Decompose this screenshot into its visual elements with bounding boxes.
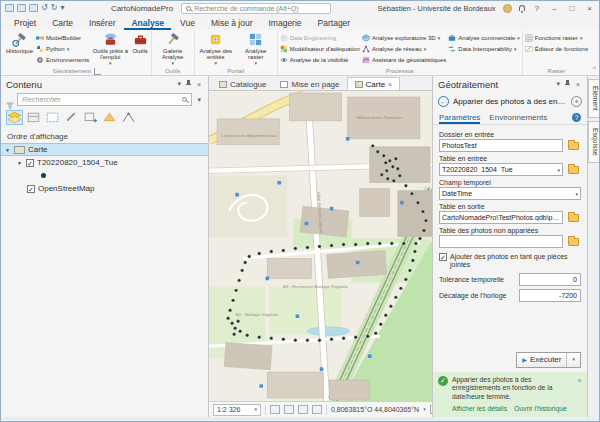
tab-inserer[interactable]: Insérer	[82, 17, 122, 30]
tab-imagerie[interactable]: Imagerie	[261, 17, 308, 30]
contents-search-input[interactable]: Rechercher	[17, 93, 192, 106]
browse-unmatched-icon[interactable]	[566, 235, 581, 248]
layer-openstreetmap[interactable]: ✓ OpenStreetMap	[1, 182, 208, 195]
analyse-exploratoire-3d-button[interactable]: Analyse exploratoire 3D ▾	[362, 33, 446, 43]
map-canvas[interactable]: Mémorial des PyrénéesLaboratoires départ…	[209, 91, 432, 401]
time-field-dropdown-icon[interactable]: ▾	[573, 191, 578, 197]
coordinates-readout[interactable]: 0,8063815°O 44,8040365°N	[331, 406, 419, 413]
list-by-snapping-icon[interactable]	[82, 110, 99, 125]
browse-folder-icon[interactable]	[566, 139, 581, 152]
tab-analyse[interactable]: Analyse	[124, 17, 171, 30]
tab-carte-view[interactable]: Carte ×	[347, 77, 401, 90]
gp-pin-icon[interactable]	[564, 79, 572, 89]
track-expander-icon[interactable]: ▼	[17, 160, 23, 166]
selection-tool-icon[interactable]	[270, 405, 280, 414]
signed-in-user[interactable]: Sébastien - Université de Bordeaux	[378, 4, 496, 13]
open-history-link[interactable]: Ouvrir l'historique	[514, 405, 567, 412]
tab-catalogue[interactable]: Catalogue	[212, 77, 273, 90]
contents-close-icon[interactable]: ×	[195, 81, 203, 88]
assistant-geostatistiques-button[interactable]: Assistant de géostatistiques	[362, 55, 446, 65]
dismiss-message-icon[interactable]: ×	[578, 376, 582, 402]
analyse-entites-button[interactable]: Analyse des entités ▾	[197, 31, 235, 66]
environnements-button[interactable]: Environnements	[36, 55, 89, 65]
tab-vue[interactable]: Vue	[173, 17, 202, 30]
pan-tool-icon[interactable]	[312, 405, 322, 414]
view-details-link[interactable]: Afficher les détails	[452, 405, 507, 412]
data-interoperability-button[interactable]: Data Interoperability ▾	[448, 44, 520, 54]
tab-projet[interactable]: Projet	[7, 17, 43, 30]
help-button[interactable]: ?	[532, 4, 542, 13]
time-field-select[interactable]: DateTime ▾	[439, 187, 581, 200]
save-project-icon[interactable]	[17, 4, 26, 12]
back-icon[interactable]: ←	[438, 96, 449, 107]
tolerance-input[interactable]: 0	[519, 273, 581, 286]
add-to-model-icon[interactable]: +	[571, 96, 582, 107]
list-by-selection-icon[interactable]	[44, 110, 61, 125]
snapping-tool-icon[interactable]	[298, 405, 308, 414]
filter-icon[interactable]	[6, 96, 14, 104]
tool-help-icon[interactable]: ?	[572, 113, 581, 122]
close-view-icon[interactable]: ×	[388, 81, 392, 88]
fonctions-raster-button[interactable]: Fonctions raster ▾	[525, 33, 588, 43]
analyse-visibilite-button[interactable]: Analyse de la visibilité	[280, 55, 360, 65]
run-button[interactable]: ▶ Exécuter ▾	[516, 352, 581, 368]
collapse-ribbon-icon[interactable]: ^	[593, 65, 596, 72]
side-tab-element[interactable]: Élément	[588, 79, 599, 118]
clock-offset-input[interactable]: -7200	[519, 289, 581, 302]
carte-expander-icon[interactable]: ▼	[5, 147, 11, 153]
output-table-field[interactable]: CartoNomadePro\TestPhotos.gdb\photos	[439, 211, 563, 224]
contents-menu-icon[interactable]: ▾	[175, 80, 183, 88]
historique-button[interactable]: Historique	[5, 31, 34, 54]
galerie-analyse-button[interactable]: Galerie Analyse ▾	[154, 31, 192, 66]
list-by-editing-icon[interactable]	[63, 110, 80, 125]
undo-icon[interactable]: ↺	[41, 4, 48, 12]
tab-mise-a-jour[interactable]: Mise à jour	[204, 17, 260, 30]
minimize-button[interactable]: –	[549, 4, 559, 13]
geotraitement-dialog-launcher[interactable]	[94, 68, 101, 75]
add-data-icon[interactable]	[29, 4, 38, 12]
close-button[interactable]: ×	[584, 4, 595, 13]
contents-pin-icon[interactable]	[185, 79, 193, 89]
command-search-box[interactable]: Recherche de commande (Alt+Q)	[181, 3, 331, 14]
track-checkbox[interactable]: ✓	[26, 159, 34, 167]
python-button[interactable]: Python ▾	[36, 44, 89, 54]
attachments-checkbox[interactable]: ✓	[439, 253, 447, 261]
tab-carte[interactable]: Carte	[45, 17, 80, 30]
input-folder-field[interactable]: PhotosTest	[439, 139, 563, 152]
tab-mise-en-page[interactable]: Mise en page	[273, 77, 346, 90]
gp-menu-icon[interactable]: ▾	[554, 80, 562, 88]
track-symbol-row[interactable]	[1, 169, 208, 182]
user-avatar[interactable]	[503, 4, 512, 13]
list-by-labeling-icon[interactable]	[101, 110, 118, 125]
tab-partager[interactable]: Partager	[311, 17, 358, 30]
notifications-icon[interactable]	[519, 5, 525, 11]
browse-output-icon[interactable]	[566, 211, 581, 224]
analyse-commerciale-button[interactable]: Analyse commerciale ▾	[448, 33, 520, 43]
unmatched-table-field[interactable]	[439, 235, 563, 248]
list-by-data-source-icon[interactable]	[25, 110, 42, 125]
open-project-icon[interactable]	[5, 4, 14, 12]
coordinates-dropdown-icon[interactable]: ▾	[423, 407, 426, 412]
analyse-reseau-button[interactable]: Analyse de réseau ▾	[362, 44, 446, 54]
outils-prets-button[interactable]: Outils prêts à l'emploi ▾	[91, 31, 129, 66]
layer-track[interactable]: ▼ ✓ T20220820_1504_Tue	[1, 156, 208, 169]
layer-carte[interactable]: ▼ Carte	[1, 143, 208, 156]
modelisateur-adequation-button[interactable]: Modélisateur d'adéquation	[280, 44, 360, 54]
scale-input[interactable]: 1:2 326 ▾	[213, 404, 261, 416]
search-options-icon[interactable]: ▾	[195, 96, 203, 104]
analyse-raster-button[interactable]: Analyse raster ▾	[237, 31, 275, 66]
run-dropdown-icon[interactable]: ▾	[567, 357, 580, 362]
browse-table-icon[interactable]	[566, 163, 581, 176]
tab-environnements[interactable]: Environnements	[489, 113, 547, 124]
gp-close-icon[interactable]: ×	[574, 81, 582, 88]
modelbuilder-button[interactable]: ModelBuilder	[36, 33, 89, 43]
tab-parametres[interactable]: Paramètres	[439, 113, 480, 124]
list-by-drawing-order-icon[interactable]	[6, 110, 23, 125]
maximize-button[interactable]: □	[566, 4, 577, 13]
osm-checkbox[interactable]: ✓	[27, 185, 35, 193]
list-by-perspective-icon[interactable]	[120, 110, 137, 125]
input-table-dropdown-icon[interactable]: ▾	[555, 167, 560, 173]
layers-tool-icon[interactable]	[284, 405, 294, 414]
input-table-field[interactable]: T20220820_1504_Tue ▾	[439, 163, 563, 176]
outils-button[interactable]: Outils	[131, 31, 148, 54]
